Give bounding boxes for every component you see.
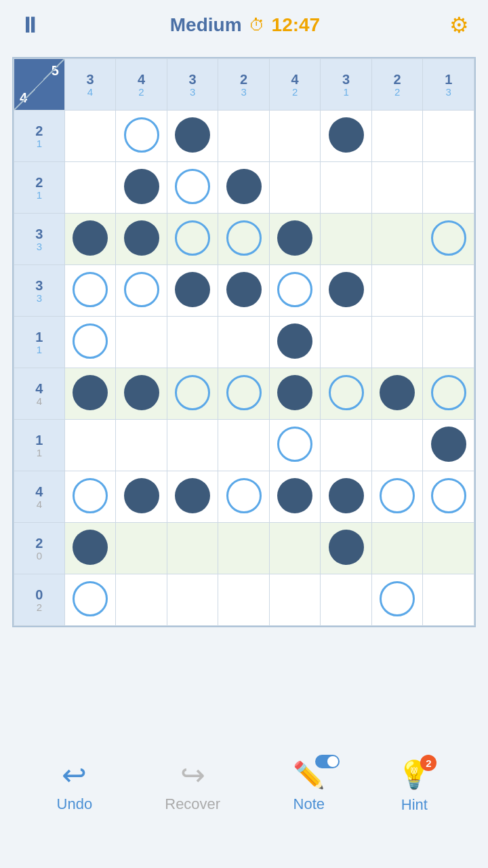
undo-button[interactable]: ↩ Undo xyxy=(57,760,93,813)
cell-9-2[interactable] xyxy=(167,574,218,626)
cell-7-7[interactable] xyxy=(423,471,474,523)
cell-4-7[interactable] xyxy=(423,317,474,368)
cell-4-2[interactable] xyxy=(167,317,218,368)
filled-circle xyxy=(329,272,364,307)
cell-1-2[interactable] xyxy=(167,162,218,214)
cell-9-1[interactable] xyxy=(116,574,167,626)
cell-3-0[interactable] xyxy=(64,265,116,317)
cell-6-1[interactable] xyxy=(116,420,167,471)
cell-8-3[interactable] xyxy=(218,523,270,574)
cell-8-6[interactable] xyxy=(371,523,423,574)
cell-8-7[interactable] xyxy=(423,523,474,574)
cell-2-1[interactable] xyxy=(116,214,167,265)
cell-6-3[interactable] xyxy=(218,420,270,471)
toolbar: ↩ Undo ↪ Recover ✏️ Note 💡 2 Hint xyxy=(0,745,488,827)
cell-4-5[interactable] xyxy=(321,317,372,368)
cell-4-4[interactable] xyxy=(269,317,321,368)
cell-4-3[interactable] xyxy=(218,317,270,368)
settings-icon[interactable]: ⚙ xyxy=(449,12,469,38)
note-toggle[interactable] xyxy=(315,755,340,768)
cell-8-5[interactable] xyxy=(321,523,372,574)
empty-circle xyxy=(175,375,210,410)
cell-5-3[interactable] xyxy=(218,368,270,420)
cell-3-2[interactable] xyxy=(167,265,218,317)
cell-9-5[interactable] xyxy=(321,574,372,626)
cell-2-0[interactable] xyxy=(64,214,116,265)
cell-3-5[interactable] xyxy=(321,265,372,317)
toggle-knob xyxy=(327,756,338,767)
cell-9-3[interactable] xyxy=(218,574,270,626)
grid-table: 5 4 34 42 33 23 42 31 22 13 212133331144… xyxy=(14,58,474,626)
cell-0-3[interactable] xyxy=(218,111,270,162)
cell-9-4[interactable] xyxy=(269,574,321,626)
filled-circle xyxy=(277,323,312,359)
cell-5-4[interactable] xyxy=(269,368,321,420)
cell-0-1[interactable] xyxy=(116,111,167,162)
empty-circle xyxy=(226,220,262,256)
cell-1-0[interactable] xyxy=(64,162,116,214)
cell-7-4[interactable] xyxy=(269,471,321,523)
cell-1-7[interactable] xyxy=(423,162,474,214)
filled-circle xyxy=(329,530,364,565)
recover-button[interactable]: ↪ Recover xyxy=(165,760,220,813)
note-button[interactable]: ✏️ Note xyxy=(293,760,325,813)
cell-3-3[interactable] xyxy=(218,265,270,317)
cell-8-2[interactable] xyxy=(167,523,218,574)
cell-3-6[interactable] xyxy=(371,265,423,317)
cell-5-5[interactable] xyxy=(321,368,372,420)
cell-9-6[interactable] xyxy=(371,574,423,626)
cell-1-5[interactable] xyxy=(321,162,372,214)
cell-5-6[interactable] xyxy=(371,368,423,420)
cell-5-2[interactable] xyxy=(167,368,218,420)
cell-5-7[interactable] xyxy=(423,368,474,420)
cell-3-4[interactable] xyxy=(269,265,321,317)
cell-6-2[interactable] xyxy=(167,420,218,471)
undo-label: Undo xyxy=(57,795,93,813)
cell-2-5[interactable] xyxy=(321,214,372,265)
cell-7-5[interactable] xyxy=(321,471,372,523)
cell-8-1[interactable] xyxy=(116,523,167,574)
cell-1-1[interactable] xyxy=(116,162,167,214)
cell-0-6[interactable] xyxy=(371,111,423,162)
cell-1-6[interactable] xyxy=(371,162,423,214)
cell-0-4[interactable] xyxy=(269,111,321,162)
cell-7-1[interactable] xyxy=(116,471,167,523)
cell-8-0[interactable] xyxy=(64,523,116,574)
cell-9-0[interactable] xyxy=(64,574,116,626)
cell-6-0[interactable] xyxy=(64,420,116,471)
cell-7-6[interactable] xyxy=(371,471,423,523)
cell-2-4[interactable] xyxy=(269,214,321,265)
col-header-0: 34 xyxy=(64,59,116,111)
cell-2-3[interactable] xyxy=(218,214,270,265)
cell-1-4[interactable] xyxy=(269,162,321,214)
cell-4-0[interactable] xyxy=(64,317,116,368)
cell-0-7[interactable] xyxy=(423,111,474,162)
cell-7-2[interactable] xyxy=(167,471,218,523)
cell-2-7[interactable] xyxy=(423,214,474,265)
cell-9-7[interactable] xyxy=(423,574,474,626)
cell-6-4[interactable] xyxy=(269,420,321,471)
cell-7-0[interactable] xyxy=(64,471,116,523)
cell-5-1[interactable] xyxy=(116,368,167,420)
cell-4-6[interactable] xyxy=(371,317,423,368)
cell-6-7[interactable] xyxy=(423,420,474,471)
corner-cell: 5 4 xyxy=(14,59,65,111)
corner-top-num: 5 xyxy=(52,63,59,79)
cell-4-1[interactable] xyxy=(116,317,167,368)
cell-1-3[interactable] xyxy=(218,162,270,214)
cell-2-6[interactable] xyxy=(371,214,423,265)
cell-6-6[interactable] xyxy=(371,420,423,471)
cell-8-4[interactable] xyxy=(269,523,321,574)
cell-0-0[interactable] xyxy=(64,111,116,162)
cell-5-0[interactable] xyxy=(64,368,116,420)
cell-2-2[interactable] xyxy=(167,214,218,265)
cell-3-7[interactable] xyxy=(423,265,474,317)
cell-3-1[interactable] xyxy=(116,265,167,317)
cell-6-5[interactable] xyxy=(321,420,372,471)
cell-7-3[interactable] xyxy=(218,471,270,523)
hint-button[interactable]: 💡 2 Hint xyxy=(397,759,431,814)
note-label: Note xyxy=(293,795,325,813)
cell-0-2[interactable] xyxy=(167,111,218,162)
cell-0-5[interactable] xyxy=(321,111,372,162)
pause-button[interactable]: ⏸ xyxy=(19,14,41,36)
